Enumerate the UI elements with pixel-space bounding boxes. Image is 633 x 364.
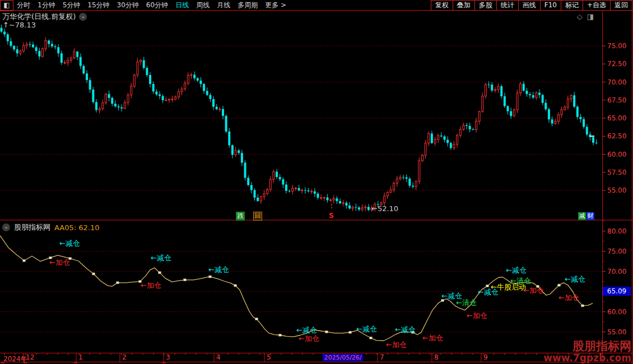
corner-tag-减[interactable]: 减 <box>578 212 586 220</box>
period-tab-多周期[interactable]: 多周期 <box>238 1 258 10</box>
indicator-axis-label: 60.00 <box>607 308 626 316</box>
time-axis-month-label: 5 <box>267 353 271 361</box>
chart-title-row: 万华化学(日线.前复权) ⌄ <box>2 12 87 22</box>
time-axis-month-label: 7 <box>380 353 384 361</box>
time-axis-month-label: 9 <box>483 353 488 361</box>
signal-add: ←加仓 <box>386 340 407 350</box>
trading-app-window: ◧ 分时1分钟5分钟15分钟30分钟60分钟日线周线月线多周期更多 > 复权叠加… <box>0 0 633 364</box>
chart-tag-回[interactable]: 回 <box>253 212 262 221</box>
chart-tag-跌[interactable]: 跌 <box>236 212 245 221</box>
toolbar-button-统计[interactable]: 统计 <box>497 0 519 11</box>
watermark: 股朋指标网 www.7gpzb.com <box>543 340 631 363</box>
price-axis-label: 62.50 <box>607 132 626 140</box>
signal-add: ←加仓 <box>141 281 161 291</box>
signal-add: ←加仓 <box>49 258 70 268</box>
time-axis-month-label: 1 <box>78 353 83 361</box>
chart-title: 万华化学(日线.前复权) <box>2 12 76 22</box>
toolbar-button-F10[interactable]: F10 <box>541 0 561 11</box>
toolbar-button-叠加[interactable]: 叠加 <box>453 0 475 11</box>
toolbar-right: 复权叠加多股统计画线F10标记+自选返回 <box>431 0 632 11</box>
toolbar-button-画线[interactable]: 画线 <box>519 0 541 11</box>
sell-signal-letter: S <box>329 212 334 220</box>
period-tab-30分钟[interactable]: 30分钟 <box>117 1 139 10</box>
chevron-down-circle-icon[interactable]: ⌄ <box>2 223 10 231</box>
period-tabs: 分时1分钟5分钟15分钟30分钟60分钟日线周线月线多周期更多 > <box>17 0 286 10</box>
signal-add: ←加仓 <box>467 311 487 321</box>
toolbar-button-+自选[interactable]: +自选 <box>583 0 611 11</box>
period-tab-分时[interactable]: 分时 <box>17 1 30 10</box>
signal-add: ←加仓 <box>422 333 443 343</box>
top-toolbar: ◧ 分时1分钟5分钟15分钟30分钟60分钟日线周线月线多周期更多 > 复权叠加… <box>0 0 633 11</box>
watermark-site-name: 股朋指标网 <box>543 340 631 353</box>
selected-date-box[interactable]: 2025/05/26/— <box>323 354 363 361</box>
title-right-icons[interactable]: ◇◨ <box>577 12 598 21</box>
signal-reduce: ←减仓 <box>151 253 171 263</box>
signal-reduce: ←减仓 <box>59 239 80 249</box>
signal-reduce: ←减仓 <box>395 325 416 335</box>
indicator-header: ⌄ 股朋指标网 AA05: 62.10 <box>2 222 99 232</box>
period-tab-60分钟[interactable]: 60分钟 <box>146 1 168 10</box>
signal-reduce: ←减仓 <box>565 274 585 284</box>
toolbar-button-多股[interactable]: 多股 <box>475 0 497 11</box>
signal-reduce: ←减仓 <box>208 265 229 275</box>
indicator-name: 股朋指标网 <box>14 222 50 232</box>
signal-add: ←加仓 <box>558 293 579 303</box>
time-axis-month-label: 4 <box>216 353 221 361</box>
price-axis-label: 55.00 <box>607 186 626 194</box>
indicator-axis-label: 75.00 <box>607 248 626 255</box>
signal-clear: ←清仓 <box>456 298 477 308</box>
signal-reduce: ←减仓 <box>506 265 527 276</box>
period-tab-1分钟[interactable]: 1分钟 <box>38 1 55 10</box>
price-axis-label: 75.00 <box>607 42 626 50</box>
price-axis-label: 72.50 <box>607 60 626 68</box>
signal-add: ←加仓 <box>299 334 319 344</box>
panel-split-icon[interactable]: ◨ <box>587 12 598 21</box>
corner-tag-财[interactable]: 财 <box>587 212 594 220</box>
period-tab-周线[interactable]: 周线 <box>196 1 210 10</box>
price-axis-label: 60.00 <box>607 151 626 158</box>
signal-reduce: ←减仓 <box>356 324 377 334</box>
indicator-last-value-box: 65.09 <box>603 287 631 296</box>
toolbar-button-复权[interactable]: 复权 <box>431 0 453 11</box>
price-axis-label: 57.50 <box>607 169 626 176</box>
watermark-site-url: www.7gpzb.com <box>543 353 631 363</box>
time-axis-year: 2024年 <box>3 354 27 364</box>
price-axis-label: 65.00 <box>607 114 626 122</box>
period-tab-15分钟[interactable]: 15分钟 <box>87 1 109 10</box>
signal-clear: ←清仓 <box>510 276 531 286</box>
period-tab-月线[interactable]: 月线 <box>217 1 230 10</box>
window-layout-icon[interactable]: ◧ <box>0 0 13 11</box>
period-tab-日线[interactable]: 日线 <box>175 1 189 10</box>
signal-add: ←加仓 <box>523 286 544 296</box>
time-axis-month-label: 8 <box>434 353 439 361</box>
period-tab-更多 >[interactable]: 更多 > <box>265 1 286 10</box>
indicator-formula-value: AA05: 62.10 <box>54 223 99 232</box>
time-axis-month-label: 2 <box>122 353 127 361</box>
low-price-label: ←52.10 <box>371 204 398 213</box>
price-axis-label: 70.00 <box>607 78 626 86</box>
time-axis-month-label: 3 <box>166 353 170 361</box>
chart-canvas[interactable] <box>0 0 633 364</box>
indicator-axis-label: 80.00 <box>607 227 626 235</box>
period-tab-5分钟[interactable]: 5分钟 <box>63 1 81 10</box>
indicator-axis-label: 70.00 <box>607 268 626 276</box>
toolbar-button-返回[interactable]: 返回 <box>611 0 632 11</box>
indicator-axis-label: 55.00 <box>607 328 626 336</box>
price-axis-label: 67.50 <box>607 96 626 104</box>
diamond-icon[interactable]: ◇ <box>577 12 587 21</box>
sell-signal-marker <box>331 204 332 208</box>
chevron-down-circle-icon[interactable]: ⌄ <box>79 13 87 21</box>
toolbar-button-标记[interactable]: 标记 <box>561 0 583 11</box>
